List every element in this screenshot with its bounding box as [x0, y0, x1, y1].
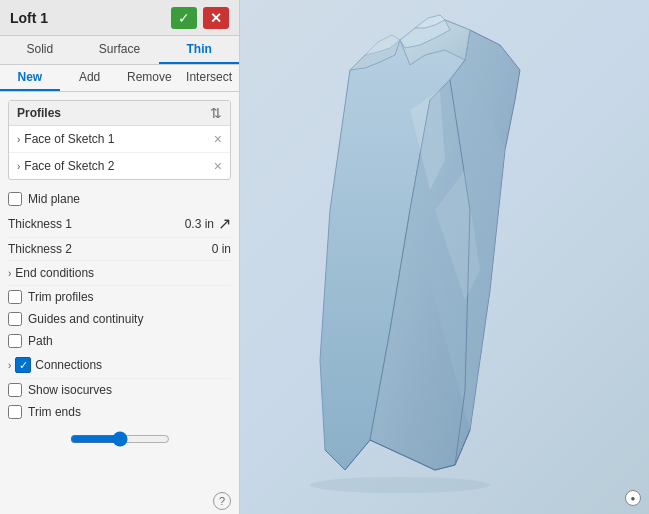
- sub-tabs: New Add Remove Intersect: [0, 65, 239, 92]
- guides-continuity-label: Guides and continuity: [28, 312, 143, 326]
- mode-tabs: Solid Surface Thin: [0, 36, 239, 65]
- mid-plane-row: Mid plane: [8, 188, 231, 210]
- trim-ends-label: Trim ends: [28, 405, 81, 419]
- left-panel: Loft 1 ✓ ✕ Solid Surface Thin New Add Re…: [0, 0, 240, 514]
- thickness1-arrow-icon[interactable]: ↗: [218, 214, 231, 233]
- help-row: ?: [0, 490, 239, 514]
- subtab-add[interactable]: Add: [60, 65, 120, 91]
- show-isocurves-row: Show isocurves: [8, 379, 231, 401]
- connections-checkbox[interactable]: ✓: [15, 357, 31, 373]
- profile-item-2[interactable]: › Face of Sketch 2 ×: [9, 153, 230, 179]
- subtab-new[interactable]: New: [0, 65, 60, 91]
- cancel-button[interactable]: ✕: [203, 7, 229, 29]
- chevron-right-icon-2: ›: [17, 161, 20, 172]
- guides-continuity-row: Guides and continuity: [8, 308, 231, 330]
- profiles-section: Profiles ⇅ › Face of Sketch 1 × › Face o…: [8, 100, 231, 180]
- profile-label-1: Face of Sketch 1: [24, 132, 114, 146]
- connections-label: Connections: [35, 358, 102, 372]
- thickness2-label: Thickness 2: [8, 242, 72, 256]
- trim-profiles-label: Trim profiles: [28, 290, 94, 304]
- form-section: Mid plane Thickness 1 0.3 in ↗ Thickness…: [0, 184, 239, 490]
- right-panel: ●: [240, 0, 649, 514]
- tab-thin[interactable]: Thin: [159, 36, 239, 64]
- profile-left-1: › Face of Sketch 1: [17, 132, 114, 146]
- connections-expand-icon: ›: [8, 360, 11, 371]
- chevron-right-icon-1: ›: [17, 134, 20, 145]
- confirm-button[interactable]: ✓: [171, 7, 197, 29]
- trim-profiles-row: Trim profiles: [8, 286, 231, 308]
- trim-ends-checkbox[interactable]: [8, 405, 22, 419]
- slider-row: [8, 423, 231, 451]
- show-isocurves-label: Show isocurves: [28, 383, 112, 397]
- tab-solid[interactable]: Solid: [0, 36, 80, 64]
- subtab-intersect[interactable]: Intersect: [179, 65, 239, 91]
- end-conditions-expand-icon: ›: [8, 268, 11, 279]
- end-conditions-label: End conditions: [15, 266, 94, 280]
- mid-plane-label: Mid plane: [28, 192, 80, 206]
- cancel-icon: ✕: [210, 10, 222, 26]
- 3d-shape-svg: [270, 10, 640, 500]
- panel-title: Loft 1: [10, 10, 48, 26]
- thickness2-value: 0 in: [171, 242, 231, 256]
- profiles-title: Profiles: [17, 106, 61, 120]
- trim-profiles-checkbox[interactable]: [8, 290, 22, 304]
- slider-input[interactable]: [70, 431, 170, 447]
- mid-plane-checkbox[interactable]: [8, 192, 22, 206]
- help-label: ?: [219, 495, 225, 507]
- profile-left-2: › Face of Sketch 2: [17, 159, 114, 173]
- profile-label-2: Face of Sketch 2: [24, 159, 114, 173]
- connections-checkmark-icon: ✓: [19, 359, 28, 372]
- profile-item-1[interactable]: › Face of Sketch 1 ×: [9, 126, 230, 153]
- thickness2-row: Thickness 2 0 in: [8, 238, 231, 261]
- guides-continuity-checkbox[interactable]: [8, 312, 22, 326]
- thickness1-row: Thickness 1 0.3 in ↗: [8, 210, 231, 238]
- show-isocurves-checkbox[interactable]: [8, 383, 22, 397]
- thickness1-input[interactable]: 0.3 in: [154, 217, 214, 231]
- profile-close-1[interactable]: ×: [214, 131, 222, 147]
- subtab-remove[interactable]: Remove: [120, 65, 180, 91]
- viewport-control-icon[interactable]: ●: [625, 490, 641, 506]
- sort-icon[interactable]: ⇅: [210, 105, 222, 121]
- confirm-icon: ✓: [178, 10, 190, 26]
- thickness1-value: 0.3 in ↗: [154, 214, 231, 233]
- title-bar: Loft 1 ✓ ✕: [0, 0, 239, 36]
- path-checkbox[interactable]: [8, 334, 22, 348]
- svg-point-4: [310, 477, 490, 493]
- trim-ends-row: Trim ends: [8, 401, 231, 423]
- path-row: Path: [8, 330, 231, 352]
- thickness2-input[interactable]: 0 in: [171, 242, 231, 256]
- connections-row[interactable]: › ✓ Connections: [8, 352, 231, 379]
- end-conditions-row[interactable]: › End conditions: [8, 261, 231, 286]
- help-icon[interactable]: ?: [213, 492, 231, 510]
- thickness1-label: Thickness 1: [8, 217, 72, 231]
- path-label: Path: [28, 334, 53, 348]
- profiles-header: Profiles ⇅: [9, 101, 230, 126]
- tab-surface[interactable]: Surface: [80, 36, 160, 64]
- profile-close-2[interactable]: ×: [214, 158, 222, 174]
- title-actions: ✓ ✕: [171, 7, 229, 29]
